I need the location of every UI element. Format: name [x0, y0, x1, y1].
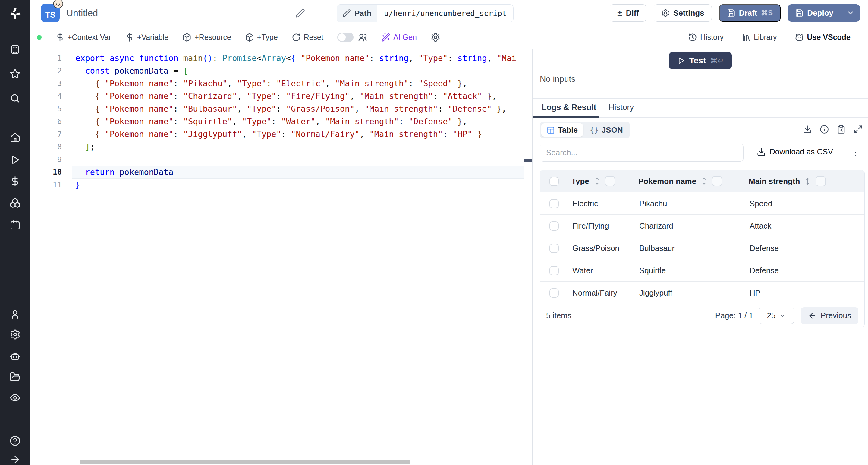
- editor-settings-gear-icon[interactable]: [431, 33, 440, 42]
- windmill-logo-icon[interactable]: [8, 7, 22, 20]
- copy-result-icon[interactable]: [837, 125, 846, 134]
- braces-icon: {}: [590, 126, 598, 134]
- add-resource-button[interactable]: +Resource: [182, 33, 231, 42]
- page-size-select[interactable]: 25: [758, 308, 794, 324]
- line-number: 7: [30, 128, 62, 141]
- column-filter-checkbox[interactable]: [605, 176, 615, 186]
- table-grid-icon: [547, 126, 555, 134]
- tab-logs-and-result[interactable]: Logs & Result: [541, 103, 596, 112]
- code-line[interactable]: export async function main(): Promise<Ar…: [75, 52, 524, 64]
- table-row[interactable]: Fire/FlyingCharizardAttack: [540, 214, 864, 237]
- horizontal-scrollbar[interactable]: [80, 460, 410, 464]
- row-checkbox[interactable]: [550, 199, 559, 208]
- dollar-icon: [125, 33, 134, 42]
- code-line[interactable]: { "Pokemon name": "Bulbasaur", "Type": "…: [75, 103, 524, 115]
- script-path-field[interactable]: Path u/henri/unencumbered_script: [337, 4, 514, 22]
- line-number: 4: [30, 90, 62, 103]
- add-context-var-button[interactable]: +Context Var: [56, 33, 111, 42]
- line-number-gutter: 1234567891011: [30, 52, 62, 191]
- view-table-segment[interactable]: Table: [541, 123, 583, 137]
- deploy-dropdown-button[interactable]: [841, 4, 860, 22]
- settings-gear-icon[interactable]: [10, 329, 21, 340]
- runs-play-icon[interactable]: [10, 154, 21, 165]
- column-filter-checkbox[interactable]: [815, 176, 826, 186]
- code-line[interactable]: }: [75, 178, 524, 191]
- row-checkbox[interactable]: [550, 244, 559, 253]
- resources-boxes-icon[interactable]: [10, 198, 21, 208]
- path-value[interactable]: u/henri/unencumbered_script: [377, 4, 513, 22]
- audit-logs-eye-icon[interactable]: [10, 392, 21, 403]
- expand-result-icon[interactable]: [854, 125, 863, 134]
- download-result-icon[interactable]: [803, 125, 812, 134]
- workers-robot-icon[interactable]: [10, 351, 21, 361]
- code-line[interactable]: const pokemonData = [: [75, 64, 524, 77]
- history-button[interactable]: History: [688, 33, 724, 42]
- table-menu-kebab-icon[interactable]: [851, 147, 860, 158]
- settings-button[interactable]: Settings: [654, 4, 712, 22]
- collaboration-toggle[interactable]: [337, 33, 353, 42]
- table-row[interactable]: WaterSquirtleDefense: [540, 259, 864, 281]
- favorites-star-icon[interactable]: [10, 68, 21, 79]
- code-line[interactable]: ];: [75, 141, 524, 153]
- users-person-icon[interactable]: [10, 309, 21, 320]
- folders-icon[interactable]: [10, 372, 21, 382]
- windmill-script-editor: TS Untitled Path u/henri/unencumbered_sc…: [0, 0, 868, 465]
- column-header-type[interactable]: Type: [568, 176, 635, 186]
- draft-button[interactable]: Draft ⌘S: [719, 4, 781, 22]
- view-json-segment[interactable]: {} JSON: [584, 123, 628, 137]
- info-icon[interactable]: [820, 125, 829, 134]
- sort-icon[interactable]: [804, 177, 811, 186]
- column-header-main-strength[interactable]: Main strength: [745, 176, 864, 186]
- test-button[interactable]: Test ⌘↵: [669, 52, 732, 69]
- row-checkbox[interactable]: [550, 288, 559, 298]
- sort-icon[interactable]: [593, 177, 601, 186]
- search-icon[interactable]: [10, 93, 21, 104]
- code-line[interactable]: return pokemonData: [75, 166, 524, 178]
- download-icon: [757, 147, 766, 156]
- table-row[interactable]: Normal/FairyJigglypuffHP: [540, 281, 864, 304]
- table-row[interactable]: Grass/PoisonBulbasaurDefense: [540, 237, 864, 259]
- library-button[interactable]: Library: [742, 33, 777, 42]
- code-line[interactable]: { "Pokemon name": "Squirtle", "Type": "W…: [75, 115, 524, 128]
- tab-history[interactable]: History: [609, 103, 634, 112]
- diff-button[interactable]: ± Diff: [610, 4, 647, 22]
- home-icon[interactable]: [10, 132, 21, 143]
- previous-page-button[interactable]: Previous: [801, 307, 858, 324]
- run-result-panel: Test ⌘↵ No inputs Logs & Result History …: [532, 49, 868, 465]
- row-checkbox[interactable]: [550, 221, 559, 231]
- sort-icon[interactable]: [701, 177, 708, 186]
- save-icon: [727, 9, 735, 17]
- code-line[interactable]: [75, 153, 524, 166]
- top-bar-actions: ± Diff Settings Draft ⌘S Deploy: [610, 4, 860, 22]
- table-header-row: Type Pokemon name Main strength: [540, 170, 864, 192]
- add-variable-button[interactable]: +Variable: [125, 33, 168, 42]
- edit-title-pencil-icon[interactable]: [296, 8, 305, 18]
- expand-sidebar-arrow-icon[interactable]: [10, 454, 21, 465]
- app-sidebar: [0, 0, 30, 465]
- use-vscode-button[interactable]: Use VScode: [795, 33, 850, 42]
- code-line[interactable]: { "Pokemon name": "Pikachu", "Type": "El…: [75, 77, 524, 90]
- download-csv-button[interactable]: Download as CSV: [757, 147, 833, 156]
- code-editor[interactable]: 1234567891011 export async function main…: [30, 49, 532, 465]
- table-cell: Attack: [745, 215, 864, 237]
- workspace-building-icon[interactable]: [10, 44, 21, 55]
- help-icon[interactable]: [10, 435, 21, 446]
- rotate-icon: [292, 33, 301, 42]
- row-checkbox[interactable]: [550, 266, 559, 275]
- schedules-calendar-icon[interactable]: [10, 220, 21, 230]
- table-row[interactable]: ElectricPikachuSpeed: [540, 192, 864, 214]
- line-number: 3: [30, 77, 62, 90]
- draft-shortcut: ⌘S: [761, 9, 773, 17]
- code-line[interactable]: { "Pokemon name": "Charizard", "Type": "…: [75, 90, 524, 103]
- ai-gen-button[interactable]: AI Gen: [381, 33, 417, 42]
- variables-dollar-icon[interactable]: [10, 176, 21, 187]
- code-line[interactable]: { "Pokemon name": "Jigglypuff", "Type": …: [75, 128, 524, 141]
- code-content[interactable]: export async function main(): Promise<Ar…: [75, 52, 524, 191]
- table-search-input[interactable]: [540, 144, 744, 162]
- column-header-pokemon-name[interactable]: Pokemon name: [635, 176, 745, 186]
- reset-button[interactable]: Reset: [292, 33, 323, 42]
- add-type-button[interactable]: +Type: [245, 33, 278, 42]
- column-filter-checkbox[interactable]: [712, 176, 722, 186]
- select-all-checkbox[interactable]: [550, 177, 559, 186]
- deploy-button[interactable]: Deploy: [788, 4, 841, 22]
